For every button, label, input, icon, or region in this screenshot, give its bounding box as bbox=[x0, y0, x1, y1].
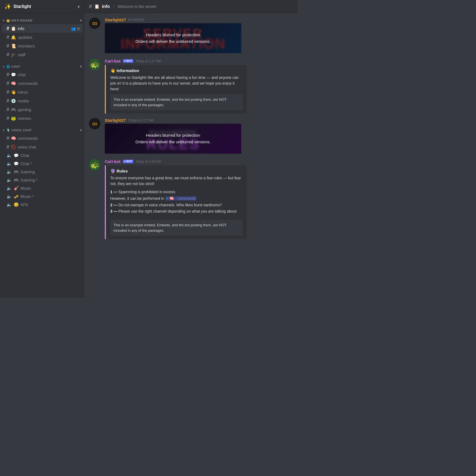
vc-music2-icon: 🎺 bbox=[14, 194, 19, 199]
sidebar-item-chat[interactable]: # 💬 chat bbox=[2, 70, 82, 79]
message-header-1: Starlight27 07/24/2021 bbox=[105, 17, 293, 22]
sidebar-item-vc-music2[interactable]: 🔈 🎺 Music ² bbox=[2, 192, 82, 200]
sidebar-item-vc-chat[interactable]: 🔈 💬 Chat bbox=[2, 151, 82, 159]
hash-icon: # bbox=[7, 107, 9, 112]
category-info-board[interactable]: ▼ 👑 INFO BOARD + bbox=[0, 13, 85, 24]
category-chat[interactable]: ▼ 🌐 CHAT + bbox=[0, 59, 85, 70]
sidebar-item-media[interactable]: # 💿 media bbox=[2, 97, 82, 105]
blurred-info-image: SERVER INFORMATION Headers blurred for p… bbox=[105, 23, 241, 53]
message-content-3: Starlight27 Today at 1:17 AM PASSWORD RU… bbox=[105, 118, 293, 155]
channel-topic: Welcome to the server! bbox=[118, 4, 157, 9]
message-header-4: Carl-bot ✔ BOT Today at 1:20 AM bbox=[105, 159, 293, 164]
info-channel-label: info bbox=[18, 26, 71, 31]
category-label-voice: VOICE CHAT bbox=[11, 129, 32, 132]
embed-title-text-2: Rules bbox=[117, 169, 128, 173]
vc-chat2-icon: 💬 bbox=[14, 161, 19, 166]
message-content-1: Starlight27 07/24/2021 SERVER INFORMATIO… bbox=[105, 17, 293, 54]
sidebar-item-vc-commands[interactable]: # 🧠 commands bbox=[2, 134, 82, 142]
sidebar-item-commands[interactable]: # 🧠 commands bbox=[2, 79, 82, 88]
hash-icon: # bbox=[7, 135, 9, 141]
message-author-3: Starlight27 bbox=[105, 118, 126, 123]
media-channel-label: media bbox=[18, 99, 80, 103]
vc-gaming-label: Gaming bbox=[20, 169, 80, 174]
avatar-carlbot-2: 🐢 bbox=[89, 159, 100, 171]
staff-channel-icon: 🎓 bbox=[11, 52, 16, 57]
embed-inner-box-2: This is an example embed. Embeds, and th… bbox=[110, 220, 242, 236]
blurred-rules-image: PASSWORD RULES Headers blurred for prote… bbox=[105, 124, 241, 154]
sidebar-item-staff[interactable]: # 🎓 staff bbox=[2, 50, 82, 59]
message-timestamp-3: Today at 1:17 AM bbox=[128, 118, 154, 122]
sidebar-item-vc-gaming2[interactable]: 🔈 🎮 Gaming ² bbox=[2, 176, 82, 184]
sidebar-item-vc-chat2[interactable]: 🔈 💬 Chat ² bbox=[2, 160, 82, 168]
add-channel-voice-icon[interactable]: + bbox=[80, 128, 82, 133]
hash-icon: # bbox=[7, 115, 9, 121]
settings-icon[interactable]: ⚙ bbox=[77, 26, 80, 31]
rule-2-text: Do not earrape in voice channels. Who li… bbox=[118, 203, 222, 207]
sidebar-item-memes[interactable]: # 🐸 memes bbox=[2, 114, 82, 123]
message-group-3: ∞ Starlight27 Today at 1:17 AM PASSWORD … bbox=[89, 118, 293, 155]
embed-title-2: 🔮 Rules bbox=[110, 169, 242, 174]
sidebar-item-voice-chat[interactable]: # 🚫 voice.chat bbox=[2, 143, 82, 151]
staff-channel-label: staff bbox=[18, 52, 80, 57]
memes-channel-icon: 🐸 bbox=[11, 116, 16, 121]
sidebar-item-info[interactable]: # 📋 info 👥 ⚙ bbox=[2, 24, 82, 33]
sidebar-item-vc-gaming[interactable]: 🔈 🎮 Gaming bbox=[2, 168, 82, 176]
hash-icon: # bbox=[7, 89, 9, 95]
hash-icon: # bbox=[7, 98, 9, 104]
bot-check-icon: ✔ bbox=[124, 59, 126, 63]
message-content-2: Carl-bot ✔ BOT Today at 1:17 AM 👋 Inform… bbox=[105, 59, 293, 114]
media-channel-icon: 💿 bbox=[11, 99, 16, 103]
avatar-starlight27: ∞ bbox=[89, 17, 100, 29]
main-layout: ▼ 👑 INFO BOARD + # 📋 info 👥 ⚙ # 🔔 update… bbox=[0, 13, 297, 297]
category-arrow-voice-icon: ▼ bbox=[2, 129, 5, 132]
speaker-icon: 🔈 bbox=[7, 161, 12, 166]
sidebar-item-members[interactable]: # 📜 members bbox=[2, 42, 82, 50]
bot-check-icon-2: ✔ bbox=[124, 160, 126, 163]
embed-description-2: To ensure everyone has a great time, we … bbox=[110, 175, 242, 187]
turtle-icon-1: 🐢 bbox=[90, 60, 99, 69]
message-content-4: Carl-bot ✔ BOT Today at 1:20 AM 🔮 Rules … bbox=[105, 159, 293, 239]
add-channel-chat-icon[interactable]: + bbox=[80, 64, 82, 69]
embed-rule-3: 3 — Please use the right channel dependi… bbox=[110, 208, 242, 215]
sidebar-item-updates[interactable]: # 🔔 updates bbox=[2, 33, 82, 41]
channel-header-icon: 📋 bbox=[94, 4, 100, 9]
gaming-channel-icon: 🎮 bbox=[11, 107, 16, 112]
header-divider: | bbox=[113, 4, 114, 9]
sidebar-item-gaming[interactable]: # 🎮 gaming bbox=[2, 105, 82, 114]
hash-icon: # bbox=[7, 81, 9, 86]
turtle-icon-2: 🐢 bbox=[90, 161, 99, 169]
server-chevron-icon[interactable]: ∨ bbox=[77, 4, 80, 9]
message-author-4: Carl-bot bbox=[105, 159, 121, 164]
message-timestamp-2: Today at 1:17 AM bbox=[136, 59, 161, 63]
vc-afk-icon: 😴 bbox=[14, 202, 19, 207]
server-icon: ✨ bbox=[4, 3, 11, 10]
message-group-2: 🐢 Carl-bot ✔ BOT Today at 1:17 AM 👋 bbox=[89, 59, 293, 114]
hash-icon: # bbox=[7, 26, 9, 31]
message-author-2: Carl-bot bbox=[105, 59, 121, 63]
embed-title-1: 👋 Information bbox=[110, 68, 242, 73]
add-channel-info-icon[interactable]: + bbox=[80, 18, 82, 23]
category-arrow-chat-icon: ▼ bbox=[2, 65, 5, 68]
channel-header: # 📋 info | Welcome to the server! bbox=[85, 3, 297, 10]
server-header[interactable]: ✨ Starlight ∨ bbox=[0, 0, 85, 13]
members-icon[interactable]: 👥 bbox=[71, 26, 76, 31]
embed-description-1: Welcome to Starlight! We are all about h… bbox=[110, 75, 242, 92]
embed-title-emoji-2: 🔮 bbox=[110, 169, 115, 173]
message-header-2: Carl-bot ✔ BOT Today at 1:17 AM bbox=[105, 59, 293, 63]
vc-commands-icon: 🧠 bbox=[11, 136, 16, 141]
vc-commands-label: commands bbox=[18, 136, 80, 141]
rule-1-text: Spamming is prohibited in excess bbox=[118, 190, 175, 194]
commands-channel-mention[interactable]: # 🧠 · commands bbox=[165, 196, 197, 201]
intros-channel-label: intros bbox=[18, 90, 80, 94]
sidebar-item-intros[interactable]: # 👋 intros bbox=[2, 88, 82, 96]
sidebar-item-vc-music[interactable]: 🔈 🎸 Music bbox=[2, 184, 82, 192]
message-timestamp-4: Today at 1:20 AM bbox=[136, 160, 161, 163]
avatar-infinity-icon-2: ∞ bbox=[92, 120, 97, 128]
server-name: Starlight bbox=[13, 4, 77, 9]
messages-container: ∞ Starlight27 07/24/2021 SERVER INFORMAT… bbox=[85, 13, 297, 297]
chat-channel-label: chat bbox=[18, 72, 80, 77]
embed-title-text-1: Information bbox=[117, 68, 139, 73]
sidebar-item-vc-afk[interactable]: 🔈 😴 AFK bbox=[2, 201, 82, 209]
message-header-3: Starlight27 Today at 1:17 AM bbox=[105, 118, 293, 123]
category-voice-chat[interactable]: ▼ 🎙️ VOICE CHAT + bbox=[0, 123, 85, 134]
